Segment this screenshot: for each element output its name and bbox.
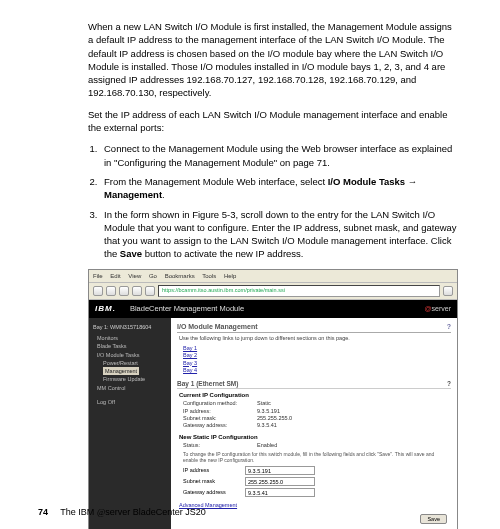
sidebar-monitors[interactable]: Monitors — [93, 334, 167, 342]
link-bay3[interactable]: Bay 3 — [183, 360, 451, 367]
step-3: In the form shown in Figure 5-3, scroll … — [100, 208, 458, 261]
panel-title: I/O Module Management? — [177, 322, 451, 333]
help-icon[interactable]: ? — [447, 322, 451, 332]
sidebar: Bay 1: WMN315718604 Monitors Blade Tasks… — [89, 318, 171, 529]
menu-view[interactable]: View — [128, 273, 141, 279]
sidebar-firmware-update[interactable]: Firmware Update — [93, 375, 167, 383]
sidebar-mm-control[interactable]: MM Control — [93, 384, 167, 392]
menu-edit[interactable]: Edit — [110, 273, 120, 279]
ip-address-input[interactable] — [245, 466, 315, 475]
bay-section: Bay 1 (Ethernet SM)? Current IP Configur… — [177, 379, 451, 526]
current-ip-head: Current IP Configuration — [179, 391, 451, 399]
step-1: Connect to the Management Module using t… — [100, 142, 458, 169]
sidebar-power-restart[interactable]: Power/Restart — [93, 359, 167, 367]
back-icon[interactable] — [93, 286, 103, 296]
browser-window: File Edit View Go Bookmarks Tools Help h… — [88, 269, 458, 529]
book-title: The IBM @server BladeCenter JS20 — [60, 507, 205, 517]
paragraph-intro-1: When a new LAN Switch I/O Module is firs… — [88, 20, 458, 100]
link-bay4[interactable]: Bay 4 — [183, 367, 451, 374]
new-ip-head: New Static IP Configuration — [179, 433, 451, 441]
browser-toolbar: https://bcamm.itso.austin.ibm.com/privat… — [89, 283, 457, 300]
jump-links: Bay 1 Bay 2 Bay 3 Bay 4 — [183, 345, 451, 374]
browser-menubar: File Edit View Go Bookmarks Tools Help — [89, 270, 457, 283]
menu-bookmarks[interactable]: Bookmarks — [165, 273, 195, 279]
menu-help[interactable]: Help — [224, 273, 236, 279]
gateway-input[interactable] — [245, 488, 315, 497]
step-2: From the Management Module Web interface… — [100, 175, 458, 202]
forward-icon[interactable] — [106, 286, 116, 296]
page-footer: 74 The IBM @server BladeCenter JS20 — [38, 506, 206, 519]
save-button[interactable]: Save — [420, 514, 447, 524]
stop-icon[interactable] — [132, 286, 142, 296]
bay-title: Bay 1 (Ethernet SM)? — [177, 379, 451, 389]
go-icon[interactable] — [443, 286, 453, 296]
page-number: 74 — [38, 507, 48, 517]
steps-list: Connect to the Management Module using t… — [100, 142, 458, 260]
config-note: To change the IP configuration for this … — [183, 451, 447, 463]
ibm-logo: IBM. — [95, 303, 116, 314]
banner-title: BladeCenter Management Module — [116, 304, 425, 315]
eserver-logo: @server — [424, 304, 451, 314]
sidebar-blade-tasks[interactable]: Blade Tasks — [93, 342, 167, 350]
sidebar-io-module-tasks[interactable]: I/O Module Tasks — [93, 351, 167, 359]
sidebar-bay-label: Bay 1: WMN315718604 — [93, 323, 167, 331]
help-icon[interactable]: ? — [447, 379, 451, 388]
sidebar-management[interactable]: Management — [103, 367, 139, 375]
app-banner: IBM. BladeCenter Management Module @serv… — [89, 300, 457, 318]
menu-tools[interactable]: Tools — [202, 273, 216, 279]
paragraph-intro-2: Set the IP address of each LAN Switch I/… — [88, 108, 458, 135]
home-icon[interactable] — [145, 286, 155, 296]
sidebar-logoff[interactable]: Log Off — [93, 398, 167, 406]
main-panel: I/O Module Management? Use the following… — [171, 318, 457, 529]
menu-file[interactable]: File — [93, 273, 103, 279]
address-bar[interactable]: https://bcamm.itso.austin.ibm.com/privat… — [158, 285, 440, 297]
link-bay1[interactable]: Bay 1 — [183, 345, 451, 352]
subnet-mask-input[interactable] — [245, 477, 315, 486]
menu-go[interactable]: Go — [149, 273, 157, 279]
jump-text: Use the following links to jump down to … — [179, 335, 451, 343]
reload-icon[interactable] — [119, 286, 129, 296]
link-bay2[interactable]: Bay 2 — [183, 352, 451, 359]
